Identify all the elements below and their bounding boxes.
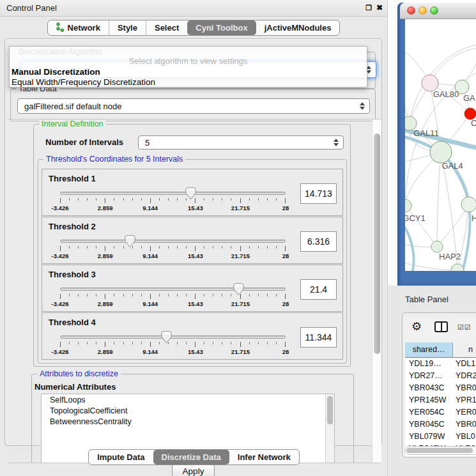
tab-label: Discretize Data	[162, 452, 221, 462]
cell-shared-name[interactable]: YBL079W	[405, 431, 453, 443]
dropdown-option-manual-discretization[interactable]: Manual Discretization	[12, 67, 100, 77]
GCY1-node[interactable]	[405, 199, 411, 212]
network-edge[interactable]	[437, 152, 441, 247]
bottom-node[interactable]	[451, 264, 464, 271]
table-row[interactable]: YDR27…YDR2	[405, 370, 476, 382]
table-row[interactable]: YBL079WYBL0	[405, 431, 476, 443]
threshold-value-field[interactable]: 11.344	[300, 327, 337, 348]
number-of-intervals-combobox[interactable]: 5	[138, 135, 344, 150]
threshold-value-field[interactable]: 6.316	[300, 231, 337, 252]
threshold-value-field[interactable]: 21.4	[300, 279, 337, 300]
thresholds-group: Threshold's Coordinates for 5 Intervals …	[38, 159, 347, 364]
table-row[interactable]: YIL052CYIL0	[405, 455, 476, 457]
number-of-intervals-label: Number of Intervals	[45, 137, 123, 147]
table-data-combobox[interactable]: galFiltered.sif default node	[17, 98, 370, 114]
scrollbar-thumb[interactable]	[406, 448, 473, 453]
node-table: shared… n YDL19…YDL1YDR27…YDR2YBR043CYBR…	[405, 342, 476, 457]
cell-shared-name[interactable]: YER054C	[405, 406, 453, 418]
tab-infer-network[interactable]: Infer Network	[229, 450, 299, 464]
scrollbar-thumb[interactable]	[374, 134, 380, 354]
slider-thumb-icon[interactable]	[161, 331, 172, 344]
cell-name[interactable]: YBL0	[453, 431, 476, 443]
table-columns-icon[interactable]	[434, 321, 448, 332]
cell-shared-name[interactable]: YBR043C	[405, 382, 453, 394]
threshold-panel: Threshold 4 11.344 -3.4262.8599.14415.43…	[42, 312, 343, 360]
cell-name[interactable]: YDR2	[453, 370, 476, 382]
table-row[interactable]: YBR043CYBR0	[405, 382, 476, 394]
cell-shared-name[interactable]: YDR27…	[405, 370, 453, 382]
group-title: Threshold's Coordinates for 5 Intervals	[43, 155, 185, 164]
tab-cyni-toolbox[interactable]: Cyni Toolbox	[187, 20, 256, 35]
slider-track[interactable]	[60, 192, 286, 195]
control-panel-titlebar: Control Panel ❐ ✖	[0, 0, 387, 17]
numerical-attribute-item[interactable]: BetweennessCentrality	[42, 416, 334, 427]
right-node[interactable]	[461, 197, 476, 212]
threshold-panel: Threshold 2 6.316 -3.4262.8599.14415.432…	[42, 217, 343, 264]
tab-label: Infer Network	[238, 452, 291, 462]
tab-label: Network	[68, 23, 100, 33]
apply-row: Apply	[5, 464, 381, 476]
slider-thumb-icon[interactable]	[233, 283, 244, 296]
cell-name[interactable]: YBR0	[453, 382, 476, 394]
network-canvas[interactable]: GAL80GACGAL11GAL4GCY1HHAP2	[405, 19, 476, 271]
dropdown-option-equal-width-frequency[interactable]: Equal Width/Frequency Discretization	[12, 77, 155, 87]
table-row[interactable]: YDL19…YDL1	[405, 358, 476, 370]
column-header-name[interactable]: n	[453, 342, 476, 357]
slider-track[interactable]	[60, 335, 286, 339]
slider-thumb-icon[interactable]	[185, 187, 196, 200]
threshold-slider[interactable]: -3.4262.8599.14415.4321.71528	[60, 235, 286, 263]
tab-label: Select	[155, 23, 179, 33]
table-panel-title: Table Panel	[405, 295, 449, 304]
column-header-shared-name[interactable]: shared…	[405, 342, 453, 357]
cell-name[interactable]: YIL0	[453, 455, 476, 457]
HAP2-node[interactable]	[431, 241, 443, 252]
apply-button[interactable]: Apply	[172, 464, 215, 476]
cell-name[interactable]: YBR0	[453, 418, 476, 431]
cell-name[interactable]: YPR1	[453, 394, 476, 406]
numerical-attribute-item[interactable]: TopologicalCoefficient	[42, 405, 334, 416]
checkbox-icons[interactable]: ☑☑	[457, 323, 472, 332]
tab-style[interactable]: Style	[109, 20, 146, 35]
tab-jactivemnodules[interactable]: jActiveMNodules	[256, 20, 340, 35]
cell-shared-name[interactable]: YBR045C	[405, 418, 453, 431]
threshold-slider[interactable]: -3.4262.8599.14415.4321.71528	[60, 331, 286, 359]
scrollbar-thumb[interactable]	[327, 396, 333, 424]
mac-minimize-icon[interactable]	[418, 6, 427, 15]
threshold-value-field[interactable]: 14.713	[300, 183, 337, 204]
tab-impute-data[interactable]: Impute Data	[89, 450, 153, 464]
node-label: HAP2	[439, 252, 461, 261]
table-row[interactable]: YER054CYER0	[405, 406, 476, 418]
cell-shared-name[interactable]: YDL19…	[405, 358, 453, 370]
dropdown-placeholder-option[interactable]: Select algorithm to view settings	[10, 56, 367, 66]
interval-definition-group: Interval Definition Number of Intervals …	[33, 124, 351, 367]
mac-close-icon[interactable]	[407, 6, 415, 15]
slider-track[interactable]	[60, 288, 286, 291]
close-icon[interactable]: ✖	[376, 3, 383, 12]
tab-discretize-data[interactable]: Discretize Data	[153, 450, 229, 464]
mac-zoom-icon[interactable]	[430, 6, 438, 15]
gear-icon[interactable]: ⚙	[411, 321, 422, 332]
tab-network[interactable]: Network	[48, 20, 109, 35]
float-window-icon[interactable]: ❐	[365, 4, 372, 12]
screen: Control Panel ❐ ✖ Network	[0, 0, 476, 476]
tab-select[interactable]: Select	[146, 20, 187, 35]
node-label: GCY1	[405, 213, 426, 223]
cell-name[interactable]: YER0	[453, 406, 476, 418]
threshold-label: Threshold 3	[49, 270, 96, 279]
horizontal-scrollbar[interactable]	[404, 446, 476, 455]
slider-track[interactable]	[60, 240, 286, 243]
table-row[interactable]: YBR045CYBR0	[405, 418, 476, 431]
threshold-label: Threshold 1	[49, 174, 96, 183]
slider-thumb-icon[interactable]	[125, 235, 135, 248]
threshold-slider[interactable]: -3.4262.8599.14415.4321.71528	[60, 283, 286, 311]
threshold-panel: Threshold 1 14.713 -3.4262.8599.14415.43…	[42, 169, 343, 216]
vertical-scrollbar[interactable]	[372, 119, 381, 463]
numerical-attribute-item[interactable]: SelfLoops	[42, 394, 334, 405]
cyni-toolbox-panel: Discretization Algorithm Table Data galF…	[4, 38, 382, 446]
cell-shared-name[interactable]: YPR145W	[405, 394, 453, 406]
cell-name[interactable]: YDL1	[453, 358, 476, 370]
threshold-slider[interactable]: -3.4262.8599.14415.4321.71528	[60, 187, 286, 215]
GAL4-node[interactable]	[430, 141, 452, 163]
cell-shared-name[interactable]: YIL052C	[405, 455, 453, 457]
table-row[interactable]: YPR145WYPR1	[405, 394, 476, 406]
